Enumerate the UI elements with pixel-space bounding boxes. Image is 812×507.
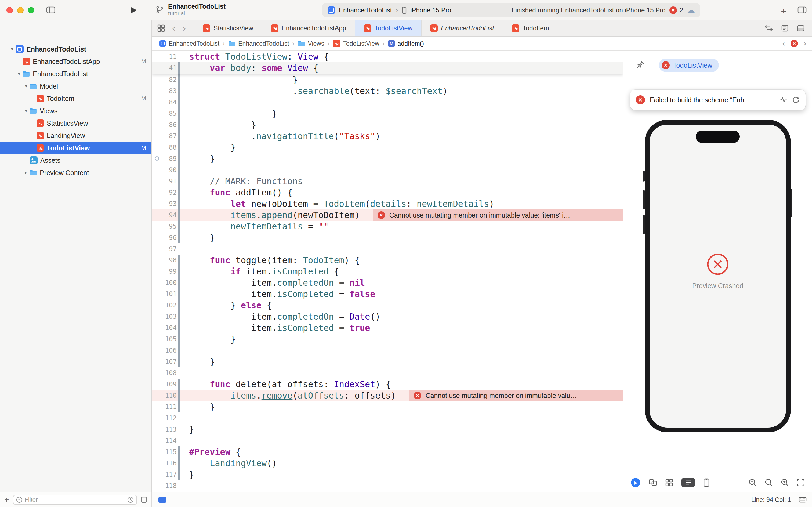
code-line-113[interactable]: 113} [152, 424, 623, 435]
minimize-window-button[interactable] [17, 7, 23, 13]
code-editor[interactable]: 11struct TodoListView: View {41 var body… [152, 51, 623, 492]
code-line-41[interactable]: 41 var body: some View { [152, 62, 623, 73]
breadcrumb-item[interactable]: TodoListView [333, 40, 379, 47]
line-number[interactable]: 100 [152, 277, 177, 288]
line-number[interactable]: 85 [152, 108, 177, 119]
line-number[interactable]: 105 [152, 334, 177, 345]
line-number[interactable]: 101 [152, 288, 177, 300]
code-line-97[interactable]: 97 [152, 243, 623, 255]
sidebar-item-landingview[interactable]: LandingView [0, 129, 152, 142]
sidebar-item-preview-content[interactable]: ▸Preview Content [0, 167, 152, 179]
line-number[interactable]: 91 [152, 176, 177, 187]
previous-issue-icon[interactable]: ‹ [782, 39, 785, 48]
line-number[interactable]: 110 [152, 390, 177, 401]
add-file-button[interactable]: + [4, 496, 9, 504]
line-number[interactable]: 115 [152, 446, 177, 458]
code-line-114[interactable]: 114 [152, 435, 623, 446]
line-number[interactable]: 84 [152, 97, 177, 108]
line-number[interactable]: 108 [152, 368, 177, 379]
sidebar-item-enhancedtodolist[interactable]: ▾EnhancedTodoList [0, 68, 152, 80]
line-number[interactable]: 103 [152, 311, 177, 322]
code-line-82[interactable]: 82 } [152, 74, 623, 86]
code-line-103[interactable]: 103 item.completedOn = Date() [152, 311, 623, 322]
code-line-112[interactable]: 112 [152, 412, 623, 424]
code-line-84[interactable]: 84 [152, 97, 623, 108]
code-line-110[interactable]: 110 items.remove(atOffsets: offsets)×Can… [152, 390, 623, 401]
breadcrumb-item[interactable]: Views [298, 40, 325, 47]
minimap-icon[interactable] [781, 25, 789, 32]
zoom-in-icon[interactable] [781, 478, 789, 487]
live-preview-button[interactable]: ▶ [631, 478, 640, 487]
code-line-91[interactable]: 91 // MARK: Functions [152, 176, 623, 187]
diagnostics-icon[interactable] [779, 97, 787, 103]
sidebar-item-model[interactable]: ▾Model [0, 80, 152, 92]
line-number[interactable]: 102 [152, 300, 177, 311]
code-line-87[interactable]: 87 .navigationTitle("Tasks") [152, 130, 623, 142]
zoom-fit-icon[interactable] [797, 479, 805, 486]
next-issue-icon[interactable]: › [803, 39, 807, 48]
chevron-right-icon[interactable]: ▸ [22, 170, 30, 176]
line-number[interactable]: 11 [152, 51, 177, 62]
tab-enhancedtodolist[interactable]: EnhancedTodoList [421, 20, 503, 36]
line-number[interactable]: 87 [152, 130, 177, 142]
code-line-99[interactable]: 99 if item.isCompleted { [152, 266, 623, 277]
sidebar-item-enhancedtodolistapp[interactable]: EnhancedTodoListAppM [0, 55, 152, 68]
line-number[interactable]: 86 [152, 119, 177, 130]
code-line-90[interactable]: 90 [152, 164, 623, 176]
device-settings-button[interactable] [682, 478, 695, 487]
filter-input[interactable] [25, 496, 125, 503]
line-number[interactable]: 116 [152, 458, 177, 469]
filter-field[interactable] [13, 495, 137, 505]
line-number[interactable]: 118 [152, 480, 177, 492]
code-line-115[interactable]: 115#Preview { [152, 446, 623, 458]
inline-error[interactable]: ×Cannot use mutating member on immutable… [409, 390, 623, 401]
tab-statisticsview[interactable]: StatisticsView [193, 20, 263, 36]
breadcrumb-item[interactable]: EnhancedTodoList [228, 40, 289, 47]
code-line-116[interactable]: 116 LandingView() [152, 458, 623, 469]
scm-status-filter-icon[interactable] [141, 497, 147, 503]
variants-button[interactable] [649, 479, 657, 486]
chevron-down-icon[interactable]: ▾ [22, 83, 30, 89]
code-line-107[interactable]: 107 } [152, 356, 623, 368]
line-number[interactable]: 117 [152, 469, 177, 480]
sidebar-item-assets[interactable]: Assets [0, 154, 152, 167]
zoom-window-button[interactable] [28, 7, 35, 13]
code-line-111[interactable]: 111 } [152, 401, 623, 412]
zoom-out-icon[interactable] [749, 478, 757, 487]
line-number[interactable]: 90 [152, 164, 177, 176]
pin-icon[interactable] [636, 60, 645, 69]
code-line-109[interactable]: 109 func delete(at offsets: IndexSet) { [152, 379, 623, 390]
error-badge-icon[interactable]: × [670, 6, 677, 14]
code-line-100[interactable]: 100 item.completedOn = nil [152, 277, 623, 288]
code-line-104[interactable]: 104 item.isCompleted = true [152, 322, 623, 334]
code-line-83[interactable]: 83 .searchable(text: $searchText) [152, 86, 623, 97]
keyboard-icon[interactable] [799, 497, 807, 503]
line-number[interactable]: 104 [152, 322, 177, 334]
code-line-98[interactable]: 98 func toggle(item: TodoItem) { [152, 255, 623, 266]
tab-todoitem[interactable]: TodoItem [503, 20, 558, 36]
run-button[interactable] [130, 6, 137, 14]
close-window-button[interactable] [6, 7, 13, 13]
line-number[interactable]: 95 [152, 221, 177, 232]
toggle-navigator-icon[interactable] [46, 6, 55, 13]
code-line-117[interactable]: 117} [152, 469, 623, 480]
line-number[interactable]: 109 [152, 379, 177, 390]
issue-error-icon[interactable]: × [791, 40, 798, 47]
preview-target-pill[interactable]: × TodoListView [659, 59, 719, 72]
code-line-96[interactable]: 96 } [152, 232, 623, 243]
add-button[interactable]: + [781, 6, 786, 16]
code-line-86[interactable]: 86 } [152, 119, 623, 130]
code-line-88[interactable]: 88 } [152, 142, 623, 153]
line-number[interactable]: 106 [152, 345, 177, 356]
chevron-down-icon[interactable]: ▾ [22, 108, 30, 114]
zoom-actual-icon[interactable] [765, 478, 773, 487]
sidebar-item-views[interactable]: ▾Views [0, 105, 152, 117]
code-line-108[interactable]: 108 [152, 368, 623, 379]
line-col-indicator[interactable]: Line: 94 Col: 1 [751, 496, 791, 504]
line-number[interactable]: 93 [152, 198, 177, 210]
toggle-inspector-icon[interactable] [798, 6, 807, 13]
breadcrumb-item[interactable]: EnhancedTodoList [160, 40, 219, 47]
chevron-down-icon[interactable]: ▾ [9, 46, 15, 52]
active-editor-icon[interactable] [159, 497, 167, 503]
code-review-icon[interactable] [765, 25, 773, 32]
